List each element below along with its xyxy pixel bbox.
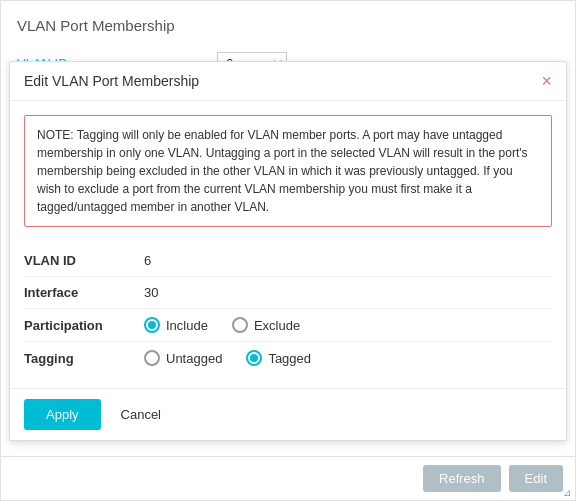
participation-include-option[interactable]: Include bbox=[144, 317, 208, 333]
page-title: VLAN Port Membership bbox=[17, 17, 559, 34]
form-row-interface: Interface 30 bbox=[24, 277, 552, 309]
warning-note: NOTE: Tagging will only be enabled for V… bbox=[24, 115, 552, 227]
edit-button[interactable]: Edit bbox=[509, 465, 563, 492]
form-row-tagging: Tagging Untagged Tagged bbox=[24, 342, 552, 374]
participation-include-radio[interactable] bbox=[144, 317, 160, 333]
resize-handle[interactable]: ⊿ bbox=[563, 488, 573, 498]
tagging-field-label: Tagging bbox=[24, 351, 144, 366]
participation-exclude-option[interactable]: Exclude bbox=[232, 317, 300, 333]
participation-radio-group: Include Exclude bbox=[144, 317, 300, 333]
tagging-tagged-radio[interactable] bbox=[246, 350, 262, 366]
form-row-participation: Participation Include Exclude bbox=[24, 309, 552, 342]
cancel-button[interactable]: Cancel bbox=[111, 399, 171, 430]
tagging-untagged-label: Untagged bbox=[166, 351, 222, 366]
tagging-tagged-label: Tagged bbox=[268, 351, 311, 366]
participation-field-label: Participation bbox=[24, 318, 144, 333]
modal-title: Edit VLAN Port Membership bbox=[24, 73, 199, 89]
form-row-vlan-id: VLAN ID 6 bbox=[24, 245, 552, 277]
modal-header: Edit VLAN Port Membership × bbox=[10, 62, 566, 101]
bottom-bar: Refresh Edit bbox=[1, 456, 575, 500]
tagging-radio-group: Untagged Tagged bbox=[144, 350, 311, 366]
modal-footer: Apply Cancel bbox=[10, 388, 566, 440]
interface-field-label: Interface bbox=[24, 285, 144, 300]
modal-body: NOTE: Tagging will only be enabled for V… bbox=[10, 101, 566, 388]
tagging-untagged-option[interactable]: Untagged bbox=[144, 350, 222, 366]
vlan-id-field-value: 6 bbox=[144, 253, 151, 268]
vlan-id-field-label: VLAN ID bbox=[24, 253, 144, 268]
participation-include-label: Include bbox=[166, 318, 208, 333]
participation-exclude-radio[interactable] bbox=[232, 317, 248, 333]
refresh-button[interactable]: Refresh bbox=[423, 465, 501, 492]
participation-exclude-label: Exclude bbox=[254, 318, 300, 333]
close-icon[interactable]: × bbox=[541, 72, 552, 90]
page-container: VLAN Port Membership VLAN ID 6 Edit VLAN… bbox=[0, 0, 576, 501]
interface-field-value: 30 bbox=[144, 285, 158, 300]
tagging-untagged-radio[interactable] bbox=[144, 350, 160, 366]
modal-dialog: Edit VLAN Port Membership × NOTE: Taggin… bbox=[9, 61, 567, 441]
apply-button[interactable]: Apply bbox=[24, 399, 101, 430]
tagging-tagged-option[interactable]: Tagged bbox=[246, 350, 311, 366]
